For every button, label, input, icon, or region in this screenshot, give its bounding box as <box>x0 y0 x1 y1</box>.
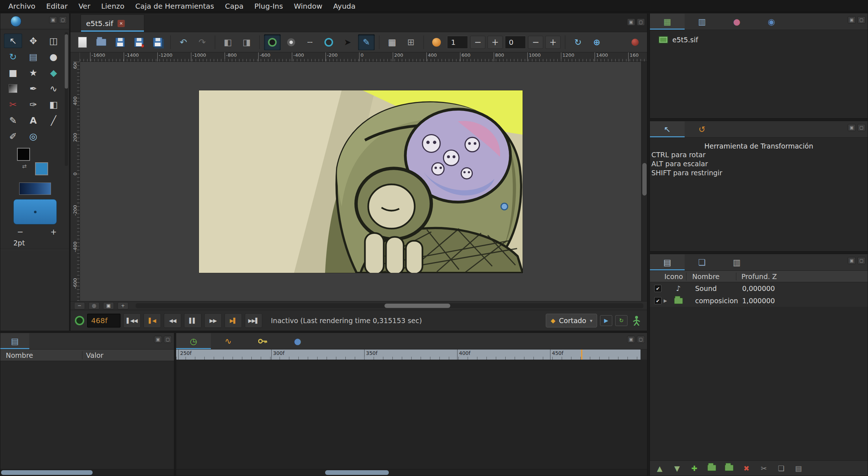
playhead[interactable] <box>581 350 582 360</box>
circle-tool-button[interactable]: ● <box>44 50 63 64</box>
timetrack-scrollbar-thumb[interactable] <box>325 470 389 475</box>
group-into-switch-button[interactable] <box>724 464 734 473</box>
open-document-button[interactable] <box>93 34 110 50</box>
seek-begin-button[interactable]: ▌◀◀ <box>123 313 141 328</box>
brush-preview[interactable] <box>13 199 57 224</box>
tab-curves[interactable]: ∿ <box>211 333 246 349</box>
menu-window[interactable]: Window <box>288 0 328 12</box>
rotate-tool-button[interactable]: ↻ <box>4 50 22 64</box>
vertex-handles-toggle[interactable] <box>283 34 299 50</box>
panel-menu-icon[interactable]: ▣ <box>848 257 856 264</box>
zoom-tool-button[interactable]: ◎ <box>24 129 42 143</box>
tab-layers[interactable]: ▤ <box>650 254 685 270</box>
copy-button[interactable]: ❏ <box>776 464 786 473</box>
sketch-tool-button[interactable]: ✑ <box>24 97 42 112</box>
pause-button[interactable]: ▌▌ <box>184 313 201 328</box>
lock-future-keyframe-toggle[interactable]: ◨ <box>238 34 255 50</box>
cut-button[interactable]: ✂ <box>759 464 769 473</box>
tab-library[interactable]: ▥ <box>719 254 754 270</box>
menu-editar[interactable]: Editar <box>41 0 73 12</box>
jack-toggle-icon[interactable] <box>75 316 84 325</box>
tab-canvases[interactable]: ▦ <box>650 14 685 30</box>
zoom-fit-button[interactable]: ▣ <box>103 302 114 309</box>
tab-palette[interactable]: ● <box>719 14 754 30</box>
tab-info[interactable]: ◉ <box>754 14 789 30</box>
fill-color-swatch[interactable] <box>35 162 48 175</box>
layer-row-composicion[interactable]: ✔ ▶ composicion 1,000000 <box>650 295 868 307</box>
gradient-tool-button[interactable] <box>4 81 22 96</box>
tab-params[interactable]: ▤ <box>0 333 29 349</box>
menu-ver[interactable]: Ver <box>73 0 96 12</box>
timebar-ruler[interactable]: 250f 300f 350f 400f 450f <box>176 350 641 360</box>
tab-timetrack[interactable]: ◷ <box>176 333 211 349</box>
panel-menu-icon[interactable]: ▣ <box>848 124 856 131</box>
low-res-toggle[interactable] <box>428 34 445 50</box>
cutout-tool-button[interactable]: ✂ <box>4 97 22 112</box>
zoom-out-button[interactable]: − <box>74 302 85 309</box>
prev-frame-button[interactable]: ◀◀ <box>164 313 181 328</box>
menu-caja-de-herramientas[interactable]: Caja de Herramientas <box>130 0 220 12</box>
mirror-tool-button[interactable]: ◫ <box>44 34 63 48</box>
zoom-normal-button[interactable]: ◎ <box>89 302 99 309</box>
next-frame-button[interactable]: ▶▶ <box>204 313 222 328</box>
tab-sets[interactable]: ❏ <box>685 254 719 270</box>
snap-grid-toggle[interactable]: ⊞ <box>403 34 419 50</box>
paste-button[interactable]: ▤ <box>794 464 803 473</box>
outline-color-swatch[interactable] <box>17 148 30 161</box>
width-handles-toggle[interactable]: ✎ <box>358 34 375 50</box>
save-button[interactable] <box>112 34 128 50</box>
future-onion-decrease-button[interactable]: − <box>528 36 543 49</box>
panel-menu-icon[interactable]: ▣ <box>49 16 57 23</box>
decrease-width-button[interactable]: − <box>15 227 26 237</box>
new-layer-button[interactable]: ✚ <box>690 464 699 473</box>
panel-detach-icon[interactable]: ▢ <box>858 16 865 23</box>
canvas-vertical-scrollbar-thumb[interactable] <box>642 163 647 196</box>
new-group-button[interactable] <box>707 464 716 473</box>
layer-visibility-checkbox[interactable]: ✔ <box>654 285 661 292</box>
transform-tool-button[interactable]: ↖ <box>4 34 22 48</box>
eyedropper-tool-button[interactable]: ╱ <box>44 113 63 128</box>
expand-arrow-icon[interactable]: ▶ <box>664 298 670 303</box>
angle-handles-toggle[interactable]: ➤ <box>339 34 356 50</box>
panel-menu-icon[interactable]: ▣ <box>627 336 635 343</box>
canvas-horizontal-scrollbar[interactable] <box>136 303 643 308</box>
fill-tool-button[interactable]: ◧ <box>44 97 63 112</box>
next-keyframe-button[interactable]: ▶▌ <box>225 313 242 328</box>
position-handles-toggle[interactable] <box>264 34 281 50</box>
panel-detach-icon[interactable]: ▢ <box>637 18 645 26</box>
panel-detach-icon[interactable]: ▢ <box>858 257 865 264</box>
panel-detach-icon[interactable]: ▢ <box>164 336 172 343</box>
radius-handles-toggle[interactable] <box>320 34 337 50</box>
polygon-tool-button[interactable]: ◆ <box>44 65 63 80</box>
show-grid-toggle[interactable]: ▦ <box>384 34 400 50</box>
tab-history[interactable]: ↺ <box>685 121 719 137</box>
tab-recent[interactable]: ▥ <box>685 14 719 30</box>
smooth-move-tool-button[interactable]: ✥ <box>24 34 42 48</box>
delete-layer-button[interactable]: ✖ <box>742 464 751 473</box>
timebar[interactable]: 250f 300f 350f 400f 450f <box>176 350 647 360</box>
star-tool-button[interactable]: ★ <box>24 65 42 80</box>
future-onion-value[interactable]: 0 <box>505 36 526 49</box>
render-button[interactable]: ⊕ <box>588 34 605 50</box>
import-image-tool-button[interactable]: ▤ <box>24 50 42 64</box>
save-all-button[interactable] <box>149 34 166 50</box>
panel-detach-icon[interactable]: ▢ <box>858 124 865 131</box>
rectangle-tool-button[interactable]: ■ <box>4 65 22 80</box>
raise-layer-button[interactable]: ▲ <box>655 464 664 473</box>
toolbox-scrollbar-thumb[interactable] <box>65 34 68 89</box>
tab-metadata[interactable]: ● <box>280 333 315 349</box>
timetrack-horizontal-scrollbar[interactable] <box>176 469 647 476</box>
save-as-button[interactable] <box>131 34 147 50</box>
default-gradient-swatch[interactable] <box>19 183 51 195</box>
canvas-surface[interactable] <box>80 62 641 301</box>
menu-plugins[interactable]: Plug-Ins <box>249 0 288 12</box>
increase-width-button[interactable]: + <box>48 227 59 237</box>
menu-capa[interactable]: Capa <box>220 0 249 12</box>
panel-menu-icon[interactable]: ▣ <box>627 18 635 26</box>
layer-visibility-checkbox[interactable]: ✔ <box>654 297 661 304</box>
seek-end-button[interactable]: ▶▶▌ <box>245 313 262 328</box>
params-scrollbar-thumb[interactable] <box>1 470 93 475</box>
undo-button[interactable]: ↶ <box>175 34 192 50</box>
tangent-handles-toggle[interactable]: ┄ <box>302 34 318 50</box>
spline-tool-button[interactable]: ✒ <box>24 81 42 96</box>
